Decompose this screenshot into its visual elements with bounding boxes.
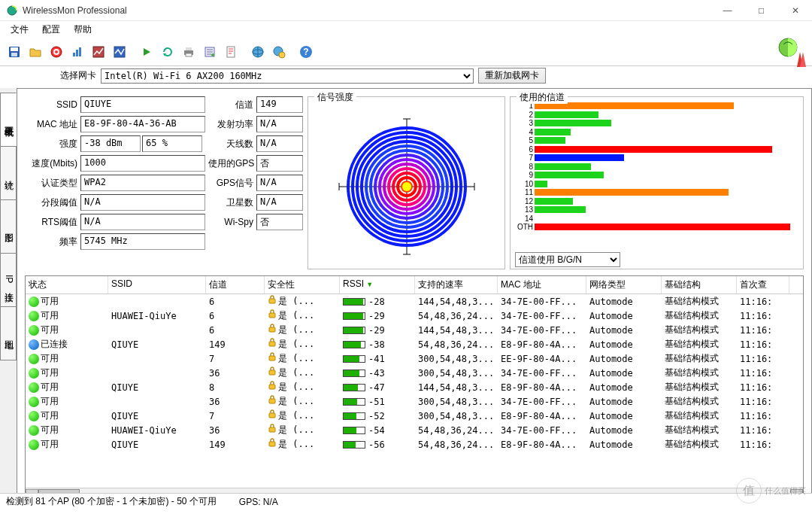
lock-icon (268, 438, 277, 447)
ap-list-body[interactable]: 可用6是 (...-28144,54,48,3...34-7E-00-FF...… (26, 294, 803, 488)
channel-bars: 1234567891011121314OTH (515, 102, 798, 251)
channel-number: 4 (515, 128, 535, 136)
tab-map[interactable]: 地图 (0, 306, 17, 360)
col-ssid[interactable]: SSID (108, 276, 206, 293)
table-row[interactable]: 可用36是 (...-43300,54,48,3...34-7E-00-FF..… (26, 366, 803, 380)
globe-icon[interactable] (248, 42, 268, 62)
channel-bar-row: 7 (515, 154, 798, 163)
details-grid: SSID QIUYE 信道 149 MAC 地址 E8-9F-80-4A-36-… (25, 96, 303, 269)
col-nettype[interactable]: 网络类型 (586, 276, 662, 293)
channel-number: 8 (515, 163, 535, 171)
menu-bar: 文件 配置 帮助 (0, 21, 812, 38)
strength-dbm: -38 dBm (80, 135, 141, 152)
svg-point-23 (279, 52, 285, 58)
status-dot-icon (29, 368, 39, 379)
minimize-button[interactable]: — (710, 0, 744, 21)
channel-number: 14 (515, 214, 535, 223)
table-row[interactable]: 可用6是 (...-29144,54,48,3...34-7E-00-FF...… (26, 323, 803, 337)
col-rssi[interactable]: RSSI ▼ (340, 276, 415, 293)
signal-strength-title: 信号强度 (314, 91, 356, 104)
tab-overview[interactable]: 概要 (0, 93, 17, 147)
maximize-button[interactable]: □ (744, 0, 778, 21)
play-icon[interactable] (137, 42, 156, 62)
channel-number: 13 (515, 205, 535, 214)
gps-value: 否 (256, 155, 303, 172)
col-security[interactable]: 安全性 (265, 276, 340, 293)
svg-rect-16 (186, 53, 192, 56)
tab-stats[interactable]: 统计 (0, 146, 17, 200)
rssi-bar-icon (343, 398, 365, 406)
svg-rect-19 (227, 47, 235, 57)
refresh-icon[interactable] (158, 42, 177, 62)
svg-rect-9 (79, 47, 81, 56)
gear-globe-icon[interactable] (269, 42, 289, 62)
channel-bar (535, 224, 790, 230)
svg-rect-51 (269, 327, 275, 332)
channel-bar (535, 181, 547, 187)
col-mac[interactable]: MAC 地址 (498, 276, 586, 293)
table-row[interactable]: 可用QIUYE7是 (...-52300,54,48,3...E8-9F-80-… (26, 409, 803, 423)
radar-icon (308, 105, 504, 269)
col-rate[interactable]: 支持的速率 (415, 276, 498, 293)
col-status[interactable]: 状态 (26, 276, 108, 293)
save-icon[interactable] (5, 42, 24, 62)
reload-adapter-button[interactable]: 重新加载网卡 (478, 68, 546, 84)
channel-bar (535, 154, 624, 161)
channel-bar (535, 137, 565, 144)
freq-value: 5745 MHz (80, 233, 205, 250)
table-row[interactable]: 可用HUAWEI-QiuYe6是 (...-2954,48,36,24...34… (26, 309, 803, 323)
rssi-bar-icon (343, 355, 365, 363)
help-icon[interactable]: ? (296, 42, 316, 62)
table-row[interactable]: 可用QIUYE149是 (...-5654,48,36,24...E8-9F-8… (26, 437, 803, 452)
toolbar: ? (0, 38, 812, 66)
svg-point-18 (211, 53, 214, 56)
tab-graph[interactable]: 图形 (0, 199, 17, 254)
table-row[interactable]: 可用6是 (...-28144,54,48,3...34-7E-00-FF...… (26, 294, 803, 309)
txpower-label: 发射功率 (208, 116, 253, 132)
table-row[interactable]: 可用7是 (...-41300,54,48,3...EE-9F-80-4A...… (26, 351, 803, 366)
channel-bar (535, 189, 729, 196)
log-icon[interactable] (221, 42, 241, 62)
adapter-row: 选择网卡 Intel(R) Wi-Fi 6 AX200 160MHz 重新加载网… (0, 66, 812, 85)
lock-icon (268, 409, 277, 418)
graph-blue-icon[interactable] (110, 42, 129, 62)
menu-config[interactable]: 配置 (36, 22, 66, 38)
speed-value: 1000 (80, 155, 205, 172)
target-icon[interactable] (47, 42, 66, 62)
mac-label: MAC 地址 (25, 116, 77, 132)
menu-help[interactable]: 帮助 (68, 22, 98, 38)
col-infra[interactable]: 基础结构 (662, 276, 737, 293)
table-row[interactable]: 可用QIUYE8是 (...-47144,54,48,3...E8-9F-80-… (26, 380, 803, 394)
svg-rect-3 (11, 53, 17, 56)
channel-mode-select[interactable]: 信道使用 B/G/N (515, 252, 620, 267)
rssi-bar-icon (343, 412, 365, 420)
table-row[interactable]: 可用HUAWEI-QiuYe36是 (...-5454,48,36,24...3… (26, 423, 803, 437)
svg-rect-7 (73, 53, 75, 56)
settings-icon[interactable] (200, 42, 220, 62)
graph-red-icon[interactable] (89, 42, 108, 62)
lock-icon (268, 295, 277, 304)
status-dot-icon (29, 325, 39, 336)
chart-icon[interactable] (68, 42, 87, 62)
close-button[interactable]: ✕ (778, 0, 812, 21)
open-folder-icon[interactable] (26, 42, 45, 62)
col-channel[interactable]: 信道 (206, 276, 265, 293)
menu-file[interactable]: 文件 (5, 22, 35, 38)
status-dot-icon (29, 311, 39, 321)
lock-icon (268, 338, 277, 347)
col-lastseen[interactable]: 首次查 (737, 276, 789, 293)
channel-bar-row: 12 (515, 197, 798, 206)
tab-ip[interactable]: IP 连接 (0, 253, 17, 307)
status-dot-icon (29, 339, 39, 350)
channel-bar-row: 9 (515, 171, 798, 180)
print-icon[interactable] (179, 42, 198, 62)
channel-bar (535, 129, 571, 135)
channel-number: 9 (515, 171, 535, 179)
antenna-label: 天线数 (208, 135, 253, 152)
auth-value: WPA2 (80, 175, 205, 191)
channel-bar-row: 8 (515, 163, 798, 172)
table-row[interactable]: 已连接QIUYE149是 (...-3854,48,36,24...E8-9F-… (26, 337, 803, 351)
svg-rect-53 (269, 356, 275, 360)
table-row[interactable]: 可用36是 (...-51300,54,48,3...34-7E-00-FF..… (26, 394, 803, 409)
adapter-select[interactable]: Intel(R) Wi-Fi 6 AX200 160MHz (101, 68, 474, 84)
